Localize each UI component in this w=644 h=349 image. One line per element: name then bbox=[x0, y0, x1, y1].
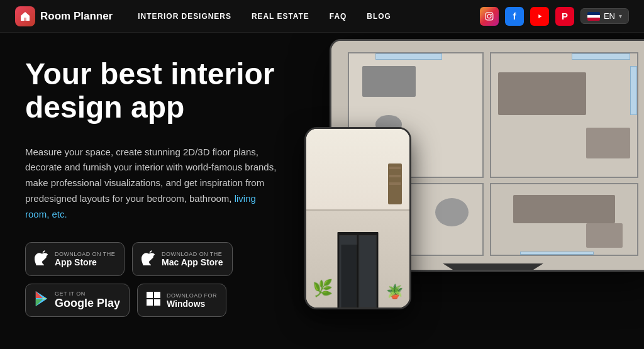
windows-button[interactable]: Download for Windows bbox=[137, 284, 226, 317]
chevron-down-icon: ▾ bbox=[619, 13, 622, 19]
nav-interior-designers[interactable]: INTERIOR DESIGNERS bbox=[138, 12, 231, 21]
mac-store-text: Download on the Mac App Store bbox=[162, 251, 223, 267]
room-interior: 🌿 🪴 bbox=[306, 129, 409, 307]
navbar: Room Planner INTERIOR DESIGNERS REAL EST… bbox=[0, 0, 644, 33]
google-play-text: GET IT ON Google Play bbox=[55, 291, 120, 310]
mac-app-store-button[interactable]: Download on the Mac App Store bbox=[132, 242, 233, 276]
phone-screen: 🌿 🪴 bbox=[306, 129, 409, 307]
apple-icon bbox=[35, 249, 48, 269]
hero-description: Measure your space, create stunning 2D/3… bbox=[25, 145, 277, 223]
fp-room-4 bbox=[490, 183, 638, 256]
google-play-button[interactable]: GET IT ON Google Play bbox=[25, 284, 130, 317]
google-play-main: Google Play bbox=[55, 297, 120, 310]
language-selector[interactable]: EN ▾ bbox=[580, 8, 629, 24]
svg-rect-9 bbox=[147, 292, 153, 298]
youtube-icon[interactable] bbox=[530, 7, 549, 26]
hero-devices: 🌿 🪴 bbox=[279, 33, 644, 328]
nav-blog[interactable]: BLOG bbox=[367, 12, 391, 21]
flag-icon bbox=[587, 12, 600, 21]
hero-section: Your best interior design app Measure yo… bbox=[0, 33, 644, 349]
tablet-stand bbox=[443, 263, 543, 272]
app-store-sub: Download on the bbox=[55, 251, 115, 257]
svg-rect-1 bbox=[486, 13, 493, 20]
svg-marker-7 bbox=[36, 299, 43, 306]
svg-marker-6 bbox=[36, 291, 43, 298]
svg-rect-11 bbox=[147, 299, 153, 306]
svg-point-2 bbox=[487, 14, 491, 18]
logo-icon bbox=[15, 6, 35, 26]
nav-links: INTERIOR DESIGNERS REAL ESTATE FAQ BLOG bbox=[138, 12, 480, 21]
fp-room-2 bbox=[490, 52, 638, 178]
hero-title: Your best interior design app bbox=[25, 58, 283, 125]
nav-real-estate[interactable]: REAL ESTATE bbox=[252, 12, 309, 21]
windows-text: Download for Windows bbox=[167, 292, 217, 309]
brand-name: Room Planner bbox=[40, 10, 113, 23]
phone-mockup: 🌿 🪴 bbox=[304, 127, 411, 309]
app-store-button[interactable]: Download on the App Store bbox=[25, 242, 125, 276]
facebook-icon[interactable]: f bbox=[505, 7, 524, 26]
nav-faq[interactable]: FAQ bbox=[330, 12, 347, 21]
windows-icon bbox=[147, 292, 160, 309]
app-store-text: Download on the App Store bbox=[55, 251, 115, 267]
windows-main: Windows bbox=[167, 299, 217, 309]
svg-rect-12 bbox=[154, 299, 160, 306]
mac-apple-icon bbox=[142, 249, 155, 269]
mac-store-main: Mac App Store bbox=[162, 257, 223, 267]
nav-right: f P EN ▾ bbox=[480, 7, 629, 26]
instagram-icon[interactable] bbox=[480, 7, 499, 26]
lang-code: EN bbox=[604, 11, 615, 21]
svg-rect-0 bbox=[24, 18, 26, 21]
hero-content: Your best interior design app Measure yo… bbox=[0, 33, 302, 349]
svg-rect-10 bbox=[154, 292, 160, 298]
download-buttons: Download on the App Store Download on th… bbox=[25, 242, 283, 317]
mac-store-sub: Download on the bbox=[162, 251, 223, 257]
windows-sub: Download for bbox=[167, 292, 217, 299]
pinterest-icon[interactable]: P bbox=[555, 7, 574, 26]
logo[interactable]: Room Planner bbox=[15, 6, 113, 26]
app-store-main: App Store bbox=[55, 257, 115, 267]
google-play-icon bbox=[35, 291, 48, 310]
svg-marker-4 bbox=[538, 14, 541, 18]
google-play-sub: GET IT ON bbox=[55, 291, 120, 297]
svg-point-3 bbox=[491, 13, 492, 14]
